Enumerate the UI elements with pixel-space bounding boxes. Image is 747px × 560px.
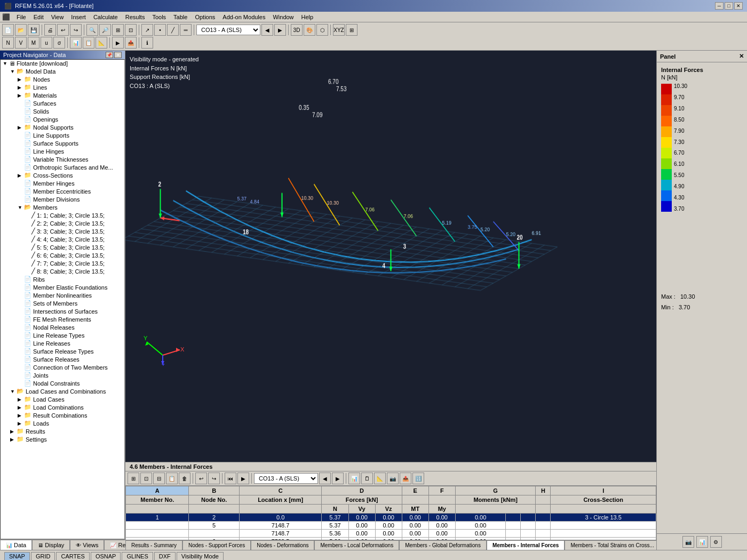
tree-item[interactable]: ▶📁Results <box>1 427 124 435</box>
tree-item[interactable]: 📄Surfaces <box>1 99 124 107</box>
tree-item[interactable]: 📄Line Releases <box>1 339 124 347</box>
dt-prev[interactable]: ◀ <box>319 473 331 484</box>
dt-btn7[interactable]: ↪ <box>208 473 220 484</box>
tree-item[interactable]: ╱4: 4; Cable; 3; Circle 13.5; <box>1 235 124 243</box>
menu-view[interactable]: View <box>48 13 67 21</box>
tree-item[interactable]: ▶📁Load Combinations <box>1 403 124 411</box>
tb-zoom-in[interactable]: 🔍 <box>86 24 98 36</box>
tree-item[interactable]: ▶📁Materials <box>1 91 124 99</box>
tree-item[interactable]: ▶📁Lines <box>1 83 124 91</box>
status-osnap[interactable]: OSNAP <box>91 552 121 561</box>
tree-item[interactable]: 📄Member Eccentricities <box>1 187 124 195</box>
tb-new[interactable]: 📄 <box>2 24 14 36</box>
tree-item[interactable]: 📄FE Mesh Refinements <box>1 315 124 323</box>
tree-item[interactable]: ▶📁Result Combinations <box>1 411 124 419</box>
tree-item[interactable]: 📄Line Hinges <box>1 147 124 155</box>
tree-item[interactable]: ╱5: 5; Cable; 3; Circle 13.5; <box>1 243 124 251</box>
tb-zoom-sel[interactable]: ⊡ <box>125 24 137 36</box>
tree-item[interactable]: ▶📁Settings <box>1 435 124 443</box>
status-dxf[interactable]: DXF <box>154 552 176 561</box>
tree-item[interactable]: ▼📂Members <box>1 203 124 211</box>
dt-btn11[interactable]: 🗒 <box>361 473 373 484</box>
tree-item[interactable]: 📄Line Release Types <box>1 331 124 339</box>
tree-item[interactable]: 📄Sets of Members <box>1 299 124 307</box>
tree-item[interactable]: 📄Member Divisions <box>1 195 124 203</box>
dt-btn3[interactable]: ⊟ <box>153 473 165 484</box>
menu-window[interactable]: Window <box>269 13 297 21</box>
tree-item[interactable]: ▼🖥Flotante [download] <box>1 60 124 67</box>
rp-btn1[interactable]: 📷 <box>682 536 694 548</box>
tb-wire[interactable]: ⬡ <box>316 24 328 36</box>
tb-r5[interactable]: σ <box>53 37 65 49</box>
tb-r7[interactable]: 📋 <box>83 37 94 49</box>
tab-nodes-deform[interactable]: Nodes - Deformations <box>251 540 314 550</box>
tree-item[interactable]: ▶📁Nodal Supports <box>1 123 124 131</box>
tab-members-strains[interactable]: Members - Total Strains on Cross... <box>565 540 656 550</box>
viewport[interactable]: Visibility mode - generated Internal For… <box>125 51 656 462</box>
tb-undo[interactable]: ↩ <box>57 24 69 36</box>
dt-btn4[interactable]: 📋 <box>166 473 178 484</box>
close-button[interactable]: ✕ <box>734 2 743 10</box>
panel-close-button[interactable]: ✕ <box>114 52 122 58</box>
load-combo-selector[interactable]: CO13 - A (SLS) <box>196 25 260 35</box>
tb-prev[interactable]: ◀ <box>261 24 273 36</box>
tree-item[interactable]: ▼📂Load Cases and Combinations <box>1 387 124 395</box>
dt-btn9[interactable]: ▶ <box>237 473 249 484</box>
dt-btn6[interactable]: ↩ <box>195 473 207 484</box>
tb-3d[interactable]: 3D <box>291 24 303 36</box>
tree-item[interactable]: ▶📁Nodes <box>1 75 124 83</box>
tree-item[interactable]: ▶📁Cross-Sections <box>1 171 124 179</box>
tree-item[interactable]: ╱8: 8; Cable; 3; Circle 13.5; <box>1 267 124 275</box>
tree-item[interactable]: 📄Member Nonlinearities <box>1 291 124 299</box>
tree-item[interactable]: ▶📁Loads <box>1 419 124 427</box>
tb-select[interactable]: ↗ <box>141 24 153 36</box>
tree-item[interactable]: 📄Line Supports <box>1 131 124 139</box>
tree-item[interactable]: ╱7: 7; Cable; 3; Circle 13.5; <box>1 259 124 267</box>
tab-display[interactable]: 🖥 Display <box>32 540 70 550</box>
tb-zoom-fit[interactable]: ⊞ <box>112 24 124 36</box>
tb-print[interactable]: 🖨 <box>44 24 56 36</box>
status-visibility[interactable]: Visibility Mode <box>177 552 224 561</box>
tb-save[interactable]: 💾 <box>28 24 39 36</box>
tb-r4[interactable]: u <box>41 37 52 49</box>
tree-item[interactable]: 📄Variable Thicknesses <box>1 155 124 163</box>
dt-btn12[interactable]: 📐 <box>374 473 386 484</box>
tb-r6[interactable]: 📊 <box>70 37 82 49</box>
menu-help[interactable]: Help <box>298 13 317 21</box>
tb-line[interactable]: ╱ <box>167 24 179 36</box>
table-row[interactable]: 57148.75.370.000.000.000.000.00 <box>126 522 656 530</box>
tree-item[interactable]: 📄Orthotropic Surfaces and Me... <box>1 163 124 171</box>
dt-btn2[interactable]: ⊡ <box>140 473 152 484</box>
tab-members-global[interactable]: Members - Global Deformations <box>399 540 487 550</box>
tb-redo[interactable]: ↪ <box>70 24 82 36</box>
minimize-button[interactable]: ─ <box>715 2 724 10</box>
tree-item[interactable]: ╱3: 3; Cable; 3; Circle 13.5; <box>1 227 124 235</box>
tree-item[interactable]: ▼📂Model Data <box>1 67 124 75</box>
dt-btn5[interactable]: 🗑 <box>179 473 190 484</box>
rp-btn3[interactable]: ⚙ <box>710 536 722 548</box>
tree-item[interactable]: 📄Member Elastic Foundations <box>1 283 124 291</box>
dt-btn15[interactable]: 🔢 <box>412 473 424 484</box>
menu-options[interactable]: Options <box>192 13 218 21</box>
dt-btn10[interactable]: 📊 <box>348 473 360 484</box>
tb-next[interactable]: ▶ <box>274 24 286 36</box>
tab-members-local[interactable]: Members - Local Deformations <box>314 540 399 550</box>
menu-file[interactable]: File <box>13 13 29 21</box>
tab-members-internal[interactable]: Members - Internal Forces <box>487 540 565 550</box>
tree-item[interactable]: 📄Ribs <box>1 275 124 283</box>
menu-table[interactable]: Table <box>170 13 190 21</box>
tb-ani[interactable]: ▶ <box>112 37 124 49</box>
tab-views[interactable]: 👁 Views <box>70 540 104 550</box>
dt-btn14[interactable]: 📤 <box>400 473 411 484</box>
tree-item[interactable]: ╱2: 2; Cable; 3; Circle 13.5; <box>1 219 124 227</box>
menu-edit[interactable]: Edit <box>30 13 47 21</box>
tab-data[interactable]: 📊 Data <box>0 540 32 550</box>
tree-item[interactable]: 📄Openings <box>1 115 124 123</box>
tree-item[interactable]: ╱1: 1; Cable; 3; Circle 13.5; <box>1 211 124 219</box>
tree-item[interactable]: 📄Nodal Constraints <box>1 379 124 387</box>
dt-btn8[interactable]: ⏮ <box>225 473 236 484</box>
tab-results-summary[interactable]: Results - Summary <box>125 540 182 550</box>
menu-calculate[interactable]: Calculate <box>90 13 121 21</box>
dt-next[interactable]: ▶ <box>332 473 344 484</box>
menu-addon[interactable]: Add-on Modules <box>219 13 268 21</box>
